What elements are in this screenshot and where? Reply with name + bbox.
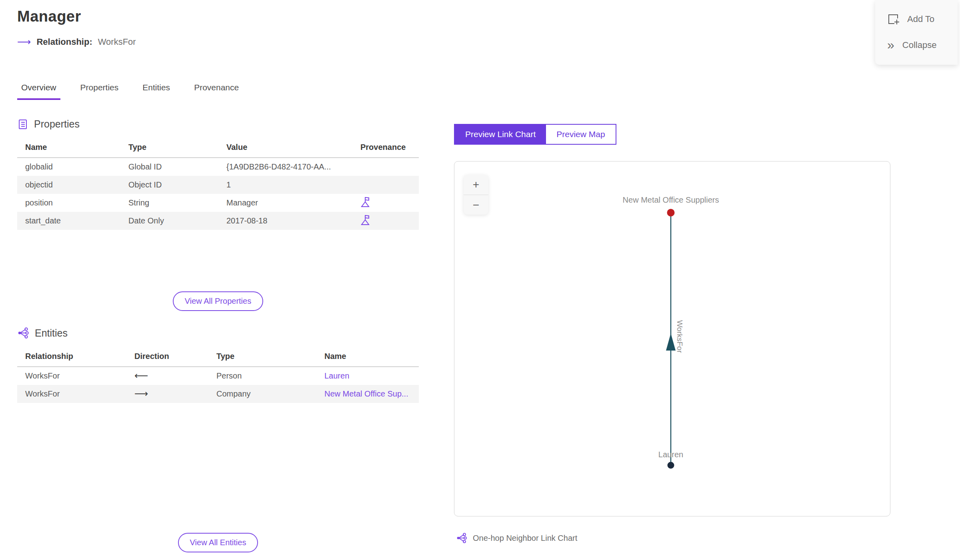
entities-table-header: Relationship Direction Type Name (17, 349, 419, 367)
preview-link-chart-button[interactable]: Preview Link Chart (455, 125, 546, 144)
preview-toggle: Preview Link Chart Preview Map (454, 124, 616, 145)
entities-table: Relationship Direction Type Name WorksFo… (17, 349, 419, 403)
collapse-button[interactable]: » Collapse (887, 40, 958, 50)
tab-overview[interactable]: Overview (17, 83, 60, 100)
add-to-label: Add To (907, 14, 934, 24)
node-company-label: New Metal Office Suppliers (623, 195, 719, 204)
cell-provenance (352, 176, 419, 194)
entity-link-lauren[interactable]: Lauren (316, 367, 419, 385)
relationship-value: WorksFor (98, 37, 136, 47)
zoom-out-button[interactable]: − (464, 195, 488, 215)
properties-document-icon (17, 119, 28, 130)
link-chart-svg: WorksFor New Metal Office Suppliers Laur… (454, 161, 890, 516)
cell-type: Global ID (120, 158, 218, 176)
cell-name: objectid (17, 176, 120, 194)
relationship-label: Relationship: (36, 37, 92, 47)
table-row: start_date Date Only 2017-08-18 (17, 212, 419, 230)
tab-properties[interactable]: Properties (76, 83, 123, 100)
cell-value: Manager (218, 194, 352, 212)
cell-relationship: WorksFor (17, 385, 126, 403)
floating-action-panel: Add To » Collapse (875, 0, 958, 65)
double-chevron-right-icon: » (887, 40, 894, 50)
relationship-subtitle: ⟶ Relationship: WorksFor (17, 37, 136, 47)
cell-provenance (352, 194, 419, 212)
zoom-in-button[interactable]: + (464, 175, 488, 195)
collapse-label: Collapse (902, 40, 937, 50)
direction-left-arrow-icon: ⟵ (126, 367, 208, 385)
cell-value: 2017-08-18 (218, 212, 352, 230)
col-header-direction: Direction (126, 349, 208, 367)
properties-table-header: Name Type Value Provenance (17, 140, 419, 158)
preview-map-button[interactable]: Preview Map (546, 125, 615, 144)
entities-section-title: Entities (35, 327, 68, 339)
tab-bar: Overview Properties Entities Provenance (17, 83, 243, 100)
node-person-label: Lauren (658, 450, 683, 459)
chart-caption-label: One-hop Neighbor Link Chart (473, 534, 577, 543)
cell-type: Date Only (120, 212, 218, 230)
direction-right-arrow-icon: ⟶ (126, 385, 208, 403)
provenance-flag-icon[interactable] (360, 214, 370, 225)
relationship-detail-page: Manager ⟶ Relationship: WorksFor Add To … (0, 0, 960, 560)
cell-type: String (120, 194, 218, 212)
table-row: position String Manager (17, 194, 419, 212)
entities-section: Entities Relationship Direction Type Nam… (17, 327, 419, 403)
col-header-provenance: Provenance (352, 140, 419, 158)
one-hop-network-icon (456, 532, 467, 544)
link-chart-canvas[interactable]: WorksFor New Metal Office Suppliers Laur… (454, 161, 890, 516)
cell-value: {1A9DB2B6-D482-4170-AA... (218, 158, 352, 176)
node-person[interactable] (668, 462, 674, 469)
view-all-entities-row: View All Entities (17, 533, 419, 552)
cell-relationship: WorksFor (17, 367, 126, 385)
col-header-type: Type (208, 349, 316, 367)
cell-name: globalid (17, 158, 120, 176)
page-title: Manager (17, 8, 81, 25)
col-header-value: Value (218, 140, 352, 158)
col-header-name: Name (316, 349, 419, 367)
table-row: objectid Object ID 1 (17, 176, 419, 194)
edge-arrowhead-up (666, 333, 676, 351)
cell-name: start_date (17, 212, 120, 230)
tab-provenance[interactable]: Provenance (190, 83, 243, 100)
properties-section-header: Properties (17, 118, 419, 130)
view-all-properties-button[interactable]: View All Properties (173, 291, 263, 311)
cell-value: 1 (218, 176, 352, 194)
tab-entities[interactable]: Entities (138, 83, 174, 100)
cell-name: position (17, 194, 120, 212)
chart-caption: One-hop Neighbor Link Chart (456, 532, 577, 544)
zoom-control: + − (464, 175, 488, 215)
view-all-entities-button[interactable]: View All Entities (178, 533, 258, 552)
col-header-name: Name (17, 140, 120, 158)
properties-section: Properties Name Type Value Provenance gl… (17, 118, 419, 230)
provenance-flag-icon[interactable] (360, 196, 370, 207)
entity-link-company[interactable]: New Metal Office Sup... (316, 385, 419, 403)
edge-label: WorksFor (676, 320, 684, 353)
col-header-relationship: Relationship (17, 349, 126, 367)
node-company[interactable] (667, 209, 675, 217)
col-header-type: Type (120, 140, 218, 158)
cell-provenance (352, 158, 419, 176)
add-to-button[interactable]: Add To (887, 13, 958, 25)
cell-provenance (352, 212, 419, 230)
properties-table: Name Type Value Provenance globalid Glob… (17, 140, 419, 230)
entities-network-icon (17, 327, 29, 339)
cell-type: Object ID (120, 176, 218, 194)
view-all-properties-row: View All Properties (17, 291, 419, 311)
cell-type: Person (208, 367, 316, 385)
properties-section-title: Properties (34, 118, 80, 130)
entities-section-header: Entities (17, 327, 419, 339)
add-to-icon (887, 13, 899, 25)
cell-type: Company (208, 385, 316, 403)
table-row: globalid Global ID {1A9DB2B6-D482-4170-A… (17, 158, 419, 176)
table-row: WorksFor ⟵ Person Lauren (17, 367, 419, 385)
table-row: WorksFor ⟶ Company New Metal Office Sup.… (17, 385, 419, 403)
relationship-arrow-icon: ⟶ (17, 37, 31, 47)
